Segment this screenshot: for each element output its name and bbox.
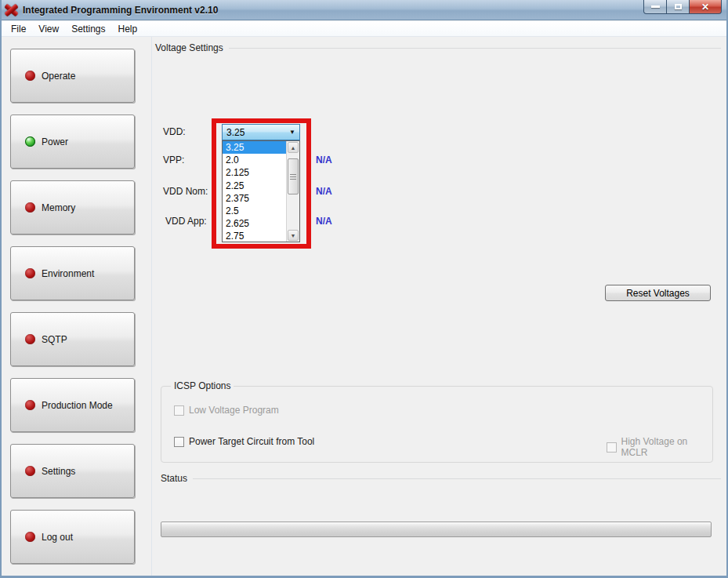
- reset-voltages-button[interactable]: Reset Voltages: [605, 285, 711, 301]
- status-led-red-icon: [25, 268, 35, 278]
- sidebar-button-label: Settings: [42, 466, 75, 477]
- vpp-label: VPP:: [163, 154, 184, 165]
- sidebar-button-sqtp[interactable]: SQTP: [10, 312, 135, 366]
- sidebar-button-memory[interactable]: Memory: [10, 180, 135, 234]
- window-controls: ✕: [643, 0, 722, 14]
- sidebar-button-label: Environment: [42, 268, 94, 279]
- icsp-options-group: ICSP Options Low Voltage Program Power T…: [161, 386, 713, 463]
- sidebar-button-label: SQTP: [42, 334, 67, 345]
- sidebar-button-power[interactable]: Power: [10, 115, 135, 169]
- menu-help[interactable]: Help: [112, 22, 144, 36]
- voltage-settings-section: Voltage Settings: [155, 42, 721, 53]
- dropdown-option[interactable]: 2.125: [223, 166, 286, 179]
- app-logo-icon: [5, 4, 18, 16]
- sidebar-button-label: Operate: [42, 71, 75, 82]
- app-window: Integrated Programming Environment v2.10…: [0, 0, 728, 578]
- status-title: Status: [161, 473, 187, 484]
- vdd-nom-value: N/A: [316, 186, 332, 197]
- status-section: Status: [161, 473, 721, 484]
- dropdown-option[interactable]: 2.25: [223, 180, 286, 192]
- low-voltage-program-label: Low Voltage Program: [189, 405, 279, 416]
- voltage-settings-title: Voltage Settings: [155, 42, 223, 53]
- thumb-grip-icon: [290, 176, 296, 177]
- vdd-app-value: N/A: [316, 216, 332, 227]
- vdd-dropdown-options: 3.25 2.0 2.125 2.25 2.375 2.5 2.625 2.75: [223, 141, 286, 242]
- sidebar-button-operate[interactable]: Operate: [10, 49, 135, 103]
- low-voltage-program-checkbox[interactable]: [174, 405, 184, 416]
- status-led-red-icon: [25, 71, 35, 81]
- high-voltage-mclr-row: High Voltage on MCLR: [607, 436, 712, 458]
- minimize-icon: [651, 5, 660, 8]
- menu-view[interactable]: View: [32, 22, 65, 36]
- scroll-up-icon[interactable]: ▲: [288, 142, 299, 153]
- dropdown-option[interactable]: 2.625: [223, 217, 286, 230]
- dropdown-option[interactable]: 2.5: [223, 205, 286, 217]
- close-icon: ✕: [701, 2, 709, 13]
- status-led-red-icon: [25, 532, 35, 542]
- status-led-red-icon: [25, 202, 35, 213]
- menu-settings[interactable]: Settings: [65, 22, 111, 36]
- window-frame-left: [0, 0, 2, 578]
- sidebar-divider: [151, 37, 152, 578]
- sidebar-button-label: Log out: [42, 532, 73, 543]
- power-target-circuit-row: Power Target Circuit from Tool: [174, 436, 314, 447]
- high-voltage-mclr-checkbox[interactable]: [607, 442, 617, 453]
- close-button[interactable]: ✕: [689, 0, 722, 14]
- status-led-green-icon: [25, 136, 35, 147]
- title-bar[interactable]: Integrated Programming Environment v2.10…: [0, 0, 728, 20]
- power-target-circuit-label: Power Target Circuit from Tool: [189, 436, 314, 447]
- section-rule: [193, 478, 721, 479]
- dropdown-option[interactable]: 3.25: [223, 141, 286, 154]
- status-led-red-icon: [25, 334, 35, 344]
- low-voltage-program-row: Low Voltage Program: [174, 405, 279, 416]
- power-target-circuit-checkbox[interactable]: [174, 437, 184, 447]
- vdd-dropdown-list: 3.25 2.0 2.125 2.25 2.375 2.5 2.625 2.75…: [222, 140, 300, 242]
- vdd-label: VDD:: [163, 126, 186, 137]
- reset-voltages-label: Reset Voltages: [626, 288, 690, 299]
- sidebar-button-label: Production Mode: [42, 400, 113, 411]
- maximize-button[interactable]: [667, 0, 689, 14]
- sidebar-button-production-mode[interactable]: Production Mode: [10, 378, 135, 432]
- chevron-down-icon[interactable]: ▼: [285, 129, 299, 136]
- dropdown-option[interactable]: 2.75: [223, 230, 286, 242]
- vdd-combobox[interactable]: 3.25 ▼: [222, 124, 300, 140]
- high-voltage-mclr-label: High Voltage on MCLR: [621, 436, 713, 458]
- vpp-value: N/A: [316, 154, 332, 165]
- dropdown-scrollbar[interactable]: ▲ ▼: [286, 141, 299, 242]
- window-title: Integrated Programming Environment v2.10: [23, 5, 218, 16]
- vdd-app-label: VDD App:: [165, 216, 207, 227]
- sidebar-button-label: Memory: [42, 202, 75, 213]
- status-led-red-icon: [25, 400, 35, 410]
- section-rule: [229, 48, 721, 49]
- status-led-red-icon: [25, 466, 35, 476]
- scrollbar-thumb[interactable]: [288, 158, 299, 194]
- sidebar-button-settings[interactable]: Settings: [10, 444, 135, 498]
- icsp-options-title: ICSP Options: [171, 380, 234, 391]
- menu-file[interactable]: File: [5, 22, 32, 36]
- vdd-nom-label: VDD Nom:: [163, 186, 208, 197]
- dropdown-option[interactable]: 2.375: [223, 192, 286, 205]
- sidebar-button-log-out[interactable]: Log out: [10, 510, 135, 564]
- sidebar-button-label: Power: [42, 136, 68, 147]
- maximize-icon: [675, 4, 682, 9]
- scroll-down-icon[interactable]: ▼: [288, 230, 299, 241]
- sidebar-button-environment[interactable]: Environment: [10, 246, 135, 300]
- minimize-button[interactable]: [643, 0, 667, 14]
- status-progress-bar: [161, 522, 712, 537]
- dropdown-option[interactable]: 2.0: [223, 154, 286, 166]
- sidebar: Operate Power Memory Environment SQTP Pr…: [10, 49, 135, 564]
- menu-bar: File View Settings Help: [2, 21, 726, 37]
- vdd-combobox-value: 3.25: [223, 127, 285, 138]
